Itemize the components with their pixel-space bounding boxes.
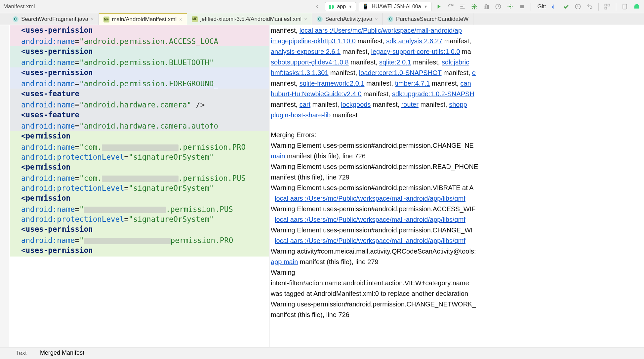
manifest-link[interactable]: lockgoods	[341, 101, 371, 108]
manifest-link[interactable]: sqlite:2.0.1	[379, 59, 411, 66]
manifest-link[interactable]: router	[401, 101, 419, 108]
warning-line: main manifest (this file), line 726	[271, 151, 643, 161]
attach-debugger-icon[interactable]	[505, 2, 515, 11]
xml-tag: <permission	[21, 163, 70, 171]
manifest-link[interactable]: app main	[271, 258, 298, 265]
manifest-link[interactable]: huburt-Hu:NewbieGuide:v2.4.0	[271, 90, 362, 98]
xml-value: "signatureOrSystem"	[129, 184, 214, 192]
manifest-link[interactable]: local aars :/Users/mc/Public/workspace/m…	[271, 216, 465, 223]
manifest-file-icon: MF	[103, 17, 109, 22]
svg-rect-8	[605, 4, 607, 6]
run-icon[interactable]	[434, 2, 443, 11]
manifest-link[interactable]: main	[271, 152, 285, 160]
git-revert-icon[interactable]	[585, 2, 594, 11]
merged-line: hmf:tasks:1.3.1.301 manifest, loader:cor…	[271, 67, 643, 78]
manifest-link[interactable]: sdk:upgrade:1.0.2-SNAPSH	[392, 90, 474, 98]
manifest-link[interactable]: e	[472, 69, 476, 76]
tab-label: PurchaseSearchCandidateW	[396, 16, 468, 22]
file-path-label: Manifest.xml	[3, 3, 135, 10]
manifest-link[interactable]: sobotsupport-glidev4:1.0.8	[271, 59, 349, 66]
manifest-link[interactable]: local aars :/Users/mc/Public/workspace/m…	[271, 195, 465, 202]
module-selector[interactable]: ▮◗ app ▼	[325, 2, 356, 11]
xml-value: "android.hardware.camera"	[79, 100, 191, 109]
manifest-link[interactable]: plugin-host-share-lib	[271, 111, 331, 119]
manifest-link[interactable]: sqlite-framework:2.0.1	[300, 80, 365, 87]
gutter	[0, 25, 9, 347]
code-changes-icon[interactable]	[458, 2, 467, 11]
code-editor[interactable]: ▾<uses-permission android:name="android.…	[0, 25, 269, 347]
manifest-link[interactable]: legacy-support-core-utils:1.0.0	[371, 48, 460, 55]
manifest-link[interactable]: hmf:tasks:1.3.1.301	[271, 69, 329, 76]
manifest-link[interactable]: can	[461, 80, 471, 87]
merged-line: manifest, sqlite-framework:2.0.1 manifes…	[271, 78, 643, 89]
manifest-link[interactable]: timber:4.7.1	[395, 80, 430, 87]
xml-value: "signatureOrSystem"	[129, 153, 214, 161]
redacted-text	[84, 207, 166, 213]
xml-tag: <uses-feature	[21, 89, 79, 98]
debug-icon[interactable]	[470, 2, 479, 11]
tab-jetified-manifest[interactable]: MF jetified-xiaomi-3.5.4/AndroidManifest…	[187, 13, 312, 25]
manifest-file-icon: MF	[192, 16, 198, 22]
warning-line: Warning Element uses-permission#android.…	[271, 140, 643, 151]
sdk-manager-icon[interactable]	[632, 2, 641, 11]
manifest-link[interactable]: local aars :/Users/mc/Public/workspace/m…	[271, 237, 465, 244]
git-commit-icon[interactable]	[561, 2, 571, 11]
xml-tag: <uses-permission	[21, 225, 93, 233]
manifest-link[interactable]: sdk:jsbric	[442, 59, 469, 66]
nav-back-icon[interactable]	[313, 2, 322, 11]
merged-manifest-panel[interactable]: manifest, local aars :/Users/mc/Public/w…	[269, 25, 644, 347]
warning-line: Warning Element uses-permission#android.…	[271, 225, 643, 235]
warning-line: app main manifest (this file), line 279	[271, 257, 643, 267]
xml-attr: android:protectionLevel	[21, 184, 124, 192]
git-history-icon[interactable]	[573, 2, 583, 11]
coverage-icon[interactable]	[482, 2, 491, 11]
code-lines: ▾<uses-permission android:name="android.…	[0, 25, 269, 257]
tab-label: jetified-xiaomi-3.5.4/AndroidManifest.xm…	[200, 16, 302, 22]
close-icon[interactable]: ×	[179, 17, 182, 22]
close-icon[interactable]: ×	[375, 16, 378, 22]
xml-tag: <uses-permission	[21, 26, 93, 34]
xml-tag: <permission	[21, 194, 70, 202]
warning-line: Warning uses-permission#android.permissi…	[271, 299, 643, 309]
manifest-link[interactable]: loader:core:1.0-SNAPSHOT	[359, 69, 442, 76]
xml-attr: android:protectionLevel	[21, 215, 124, 223]
avd-manager-icon[interactable]	[620, 2, 629, 11]
profile-icon[interactable]	[494, 2, 503, 11]
phone-icon: 📱	[362, 3, 369, 10]
tab-main-manifest[interactable]: MF main/AndroidManifest.xml ×	[99, 13, 187, 25]
xml-value: "signatureOrSystem"	[129, 215, 214, 223]
git-update-icon[interactable]	[549, 2, 559, 11]
svg-rect-6	[520, 5, 524, 8]
tab-searchwordfragment[interactable]: C SearchWordFragment.java ×	[8, 13, 99, 25]
manifest-link[interactable]: local aars :/Users/mc/Public/workspace/m…	[300, 27, 462, 34]
merged-line: imagepipeline-okhttp3:1.10.0 manifest, s…	[271, 36, 643, 46]
warning-line: Warning Element uses-permission#android.…	[271, 204, 643, 214]
xml-attr: android:name	[21, 37, 75, 46]
manifest-link[interactable]: shopp	[449, 101, 467, 108]
manifest-link[interactable]: cart	[300, 101, 310, 108]
xml-value: "android.permission.ACCESS_LOCA	[79, 37, 218, 46]
bottom-tab-text[interactable]: Text	[16, 348, 27, 358]
xml-attr: android:name	[21, 236, 75, 245]
xml-tag: <uses-feature	[21, 110, 79, 119]
xml-value: .permission.PRO	[179, 143, 246, 151]
manifest-link[interactable]: sdk:analysis:2.6.27	[386, 37, 442, 45]
stop-icon[interactable]	[517, 2, 527, 11]
xml-attr: android:name	[21, 205, 75, 214]
redacted-text	[102, 176, 179, 182]
tab-label: SearchWordFragment.java	[21, 16, 88, 22]
xml-tag: <uses-permission	[21, 68, 93, 77]
tab-purchasesearch[interactable]: C PurchaseSearchCandidateW	[383, 13, 473, 25]
manifest-link[interactable]: analysis-exposure:2.6.1	[271, 48, 341, 55]
tab-searchactivity[interactable]: C SearchActivity.java ×	[312, 13, 383, 25]
warning-line: local aars :/Users/mc/Public/workspace/m…	[271, 193, 643, 204]
xml-attr: android:name	[21, 58, 75, 67]
project-structure-icon[interactable]	[603, 2, 612, 11]
apply-changes-icon[interactable]	[446, 2, 455, 11]
close-icon[interactable]: ×	[304, 16, 307, 22]
bottom-tab-merged[interactable]: Merged Manifest	[40, 348, 84, 358]
device-selector[interactable]: 📱 HUAWEI JSN-AL00a ▼	[359, 2, 431, 11]
xml-attr: android:name	[21, 174, 75, 182]
close-icon[interactable]: ×	[91, 16, 94, 22]
manifest-link[interactable]: imagepipeline-okhttp3:1.10.0	[271, 37, 356, 45]
